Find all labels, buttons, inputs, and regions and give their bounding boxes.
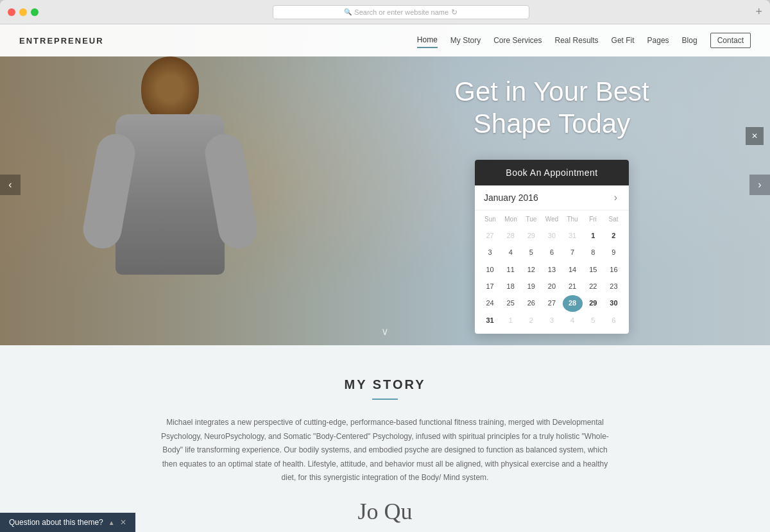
maximize-button[interactable] xyxy=(31,8,38,16)
calendar-day-names: Sun Mon Tue Wed Thu Fri Sat xyxy=(480,213,624,225)
cal-day-4[interactable]: 4 xyxy=(501,245,520,261)
cal-day-31-prev[interactable]: 31 xyxy=(563,228,583,244)
day-name-thu: Thu xyxy=(562,213,583,225)
cal-day-15[interactable]: 15 xyxy=(583,262,603,278)
nav-contact[interactable]: Contact xyxy=(710,33,751,48)
nav-real-results[interactable]: Real Results xyxy=(555,33,599,47)
cal-day-29[interactable]: 29 xyxy=(583,295,603,311)
day-name-mon: Mon xyxy=(501,213,521,225)
cal-day-28-prev[interactable]: 28 xyxy=(501,228,520,244)
cal-day-23[interactable]: 23 xyxy=(604,279,624,295)
widget-toggle-button[interactable]: ✕ xyxy=(746,127,764,145)
day-name-sun: Sun xyxy=(480,213,501,225)
cal-day-6[interactable]: 6 xyxy=(542,245,561,261)
cal-day-8[interactable]: 8 xyxy=(583,245,603,261)
scroll-icon: ∨ xyxy=(381,326,389,337)
story-section: MY STORY Michael integrates a new perspe… xyxy=(0,345,770,532)
hero-section: ENTREPRENEUR Home My Story Core Services… xyxy=(0,24,770,345)
calendar-month-title: January 2016 xyxy=(484,193,538,203)
cal-day-6-next[interactable]: 6 xyxy=(604,313,624,329)
cal-day-21[interactable]: 21 xyxy=(563,279,583,295)
cal-day-29-prev[interactable]: 29 xyxy=(521,228,541,244)
cal-day-27[interactable]: 27 xyxy=(542,295,561,311)
cal-day-2-next[interactable]: 2 xyxy=(521,313,541,329)
story-title: MY STORY xyxy=(26,377,744,392)
nav-get-fit[interactable]: Get Fit xyxy=(612,33,635,47)
day-name-tue: Tue xyxy=(521,213,542,225)
cal-day-20[interactable]: 20 xyxy=(542,279,561,295)
hero-content: Get in Your Best Shape Today Book An App… xyxy=(385,76,719,334)
site-logo[interactable]: ENTREPRENEUR xyxy=(19,36,104,46)
cal-day-11[interactable]: 11 xyxy=(501,262,520,278)
calendar-widget: Book An Appointment January 2016 › Sun M… xyxy=(475,160,629,334)
nav-home[interactable]: Home xyxy=(417,33,438,48)
reload-button[interactable]: ↻ xyxy=(451,8,458,17)
cal-day-7[interactable]: 7 xyxy=(563,245,583,261)
address-text: Search or enter website name xyxy=(354,8,449,16)
nav-pages[interactable]: Pages xyxy=(647,33,669,47)
cal-day-22[interactable]: 22 xyxy=(583,279,603,295)
slider-next-button[interactable]: › xyxy=(749,175,770,195)
cal-day-16[interactable]: 16 xyxy=(604,262,624,278)
minimize-button[interactable] xyxy=(19,8,27,16)
cal-day-17[interactable]: 17 xyxy=(480,279,500,295)
cal-day-30-prev[interactable]: 30 xyxy=(542,228,561,244)
chat-expand-button[interactable]: ▲ xyxy=(108,519,115,526)
cal-day-1[interactable]: 1 xyxy=(583,228,603,244)
cal-day-25[interactable]: 25 xyxy=(501,295,520,311)
cal-day-28-today[interactable]: 28 xyxy=(563,295,583,311)
address-bar[interactable]: 🔍 Search or enter website name ↻ xyxy=(273,5,529,19)
cal-day-9[interactable]: 9 xyxy=(604,245,624,261)
new-tab-button[interactable]: + xyxy=(755,5,762,19)
close-button[interactable] xyxy=(8,8,15,16)
search-icon: 🔍 xyxy=(344,8,352,15)
cal-day-26[interactable]: 26 xyxy=(521,295,541,311)
cal-day-4-next[interactable]: 4 xyxy=(563,313,583,329)
nav-blog[interactable]: Blog xyxy=(682,33,697,47)
nav-links: Home My Story Core Services Real Results… xyxy=(417,33,751,48)
website: ENTREPRENEUR Home My Story Core Services… xyxy=(0,24,770,532)
navbar: ENTREPRENEUR Home My Story Core Services… xyxy=(0,24,770,56)
nav-my-story[interactable]: My Story xyxy=(450,33,481,47)
cal-day-19[interactable]: 19 xyxy=(521,279,541,295)
cal-day-30[interactable]: 30 xyxy=(604,295,624,311)
scroll-indicator[interactable]: ∨ xyxy=(381,325,389,338)
left-arrow-icon: ‹ xyxy=(8,179,12,191)
cal-day-12[interactable]: 12 xyxy=(521,262,541,278)
day-name-sat: Sat xyxy=(603,213,624,225)
appointment-header: Book An Appointment xyxy=(475,160,629,185)
nav-core-services[interactable]: Core Services xyxy=(493,33,542,47)
calendar-days: 27 28 29 30 31 1 2 3 4 5 6 7 8 xyxy=(480,228,624,329)
cal-day-10[interactable]: 10 xyxy=(480,262,500,278)
cal-day-31[interactable]: 31 xyxy=(480,313,500,329)
cal-day-27-prev[interactable]: 27 xyxy=(480,228,500,244)
hero-title: Get in Your Best Shape Today xyxy=(385,76,719,141)
right-arrow-icon: › xyxy=(758,179,761,191)
cal-day-14[interactable]: 14 xyxy=(563,262,583,278)
cal-day-1-next[interactable]: 1 xyxy=(501,313,520,329)
cal-day-3-next[interactable]: 3 xyxy=(542,313,561,329)
chat-widget[interactable]: Question about this theme? ▲ ✕ xyxy=(0,513,135,532)
calendar-month-row: January 2016 › xyxy=(475,185,629,210)
cal-day-13[interactable]: 13 xyxy=(542,262,561,278)
day-name-fri: Fri xyxy=(583,213,603,225)
hero-title-line2: Shape Today xyxy=(474,108,630,139)
cal-day-5-next[interactable]: 5 xyxy=(583,313,603,329)
cal-day-5[interactable]: 5 xyxy=(521,245,541,261)
calendar-grid: Sun Mon Tue Wed Thu Fri Sat 27 28 29 30 xyxy=(475,210,629,334)
slider-prev-button[interactable]: ‹ xyxy=(0,175,21,195)
traffic-lights xyxy=(8,8,38,16)
cal-day-3[interactable]: 3 xyxy=(480,245,500,261)
calendar-next-button[interactable]: › xyxy=(612,192,620,203)
cal-day-2[interactable]: 2 xyxy=(604,228,624,244)
chat-label: Question about this theme? xyxy=(9,518,103,527)
person-figure xyxy=(51,56,321,345)
cal-day-18[interactable]: 18 xyxy=(501,279,520,295)
day-name-wed: Wed xyxy=(542,213,562,225)
cal-day-24[interactable]: 24 xyxy=(480,295,500,311)
widget-toggle-icon: ✕ xyxy=(751,132,758,141)
hero-title-line1: Get in Your Best xyxy=(454,76,649,107)
chat-close-button[interactable]: ✕ xyxy=(120,518,126,527)
browser-chrome: 🔍 Search or enter website name ↻ + xyxy=(0,0,770,24)
story-divider xyxy=(372,399,398,400)
